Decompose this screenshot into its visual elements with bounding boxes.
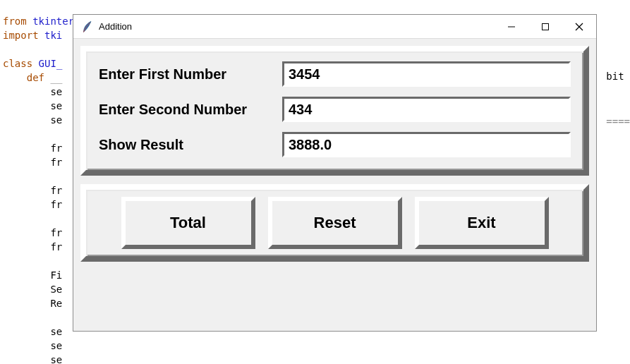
exit-button[interactable]: Exit: [415, 197, 549, 249]
second-number-input[interactable]: [282, 97, 571, 122]
addition-window: Addition Enter First Number Enter Second…: [73, 14, 597, 332]
titlebar[interactable]: Addition: [73, 15, 596, 39]
input-frame: Enter First Number Enter Second Number S…: [80, 46, 589, 176]
reset-button[interactable]: Reset: [268, 197, 402, 249]
close-button[interactable]: [562, 15, 596, 39]
total-button[interactable]: Total: [121, 197, 255, 249]
result-output[interactable]: [282, 132, 571, 157]
code-right-fragment: bit ====: [606, 71, 630, 127]
second-number-row: Enter Second Number: [99, 97, 571, 122]
tk-feather-icon: [80, 20, 93, 33]
result-label: Show Result: [99, 137, 282, 153]
client-area: Enter First Number Enter Second Number S…: [73, 39, 596, 269]
button-frame: Total Reset Exit: [80, 184, 589, 262]
minimize-button[interactable]: [495, 15, 528, 39]
result-row: Show Result: [99, 132, 571, 157]
first-number-label: Enter First Number: [99, 66, 282, 83]
second-number-label: Enter Second Number: [99, 102, 282, 118]
maximize-button[interactable]: [528, 15, 562, 39]
window-title: Addition: [99, 21, 132, 32]
svg-rect-1: [543, 23, 549, 30]
first-number-row: Enter First Number: [99, 61, 571, 87]
first-number-input[interactable]: [282, 61, 571, 87]
